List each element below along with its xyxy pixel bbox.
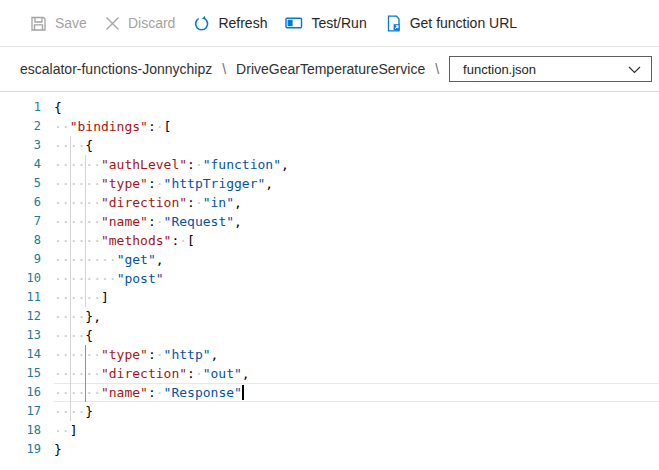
code-line-text: ····} (54, 402, 659, 421)
line-number: 4 (0, 155, 41, 174)
close-icon (105, 16, 120, 31)
line-number: 17 (0, 402, 41, 421)
token-p: : (148, 385, 156, 400)
token-ws: ······ (54, 176, 101, 191)
token-p: , (234, 195, 242, 210)
indent-guide (85, 364, 86, 383)
command-bar: Save Discard Refresh Test/Run (0, 0, 659, 46)
line-number: 2 (0, 117, 41, 136)
line-number: 6 (0, 193, 41, 212)
token-ws: ······ (54, 366, 101, 381)
code-editor[interactable]: 1{2··"bindings":·[3····{4······"authLeve… (0, 92, 659, 459)
code-line-text: ······"name":·"Request", (54, 212, 659, 231)
token-p: : (148, 119, 156, 134)
save-label: Save (55, 15, 87, 31)
token-val: "post" (117, 271, 164, 286)
token-ws: ······ (54, 290, 101, 305)
code-line-text: ······"authLevel":·"function", (54, 155, 659, 174)
save-button[interactable]: Save (30, 15, 87, 32)
token-p: : (187, 157, 195, 172)
token-p: { (54, 100, 62, 115)
code-line[interactable]: 12····}, (0, 307, 659, 326)
token-p: : (148, 214, 156, 229)
code-line-text: ······"methods":·[ (54, 231, 659, 250)
token-key: "authLevel" (101, 157, 187, 172)
token-p: , (281, 157, 289, 172)
code-line-text: ··] (54, 421, 659, 440)
token-p: } (54, 442, 62, 457)
refresh-icon (193, 15, 210, 32)
code-line[interactable]: 7······"name":·"Request", (0, 212, 659, 231)
token-p: { (85, 328, 93, 343)
token-p: }, (85, 309, 101, 324)
file-dropdown-value: function.json (463, 62, 536, 77)
get-function-url-button[interactable]: Get function URL (385, 15, 517, 32)
token-key: "direction" (101, 366, 187, 381)
discard-label: Discard (128, 15, 175, 31)
code-line[interactable]: 2··"bindings":·[ (0, 117, 659, 136)
refresh-button[interactable]: Refresh (193, 15, 267, 32)
code-line-text: ······"direction":·"in", (54, 193, 659, 212)
line-number: 13 (0, 326, 41, 345)
token-p: , (265, 176, 273, 191)
code-line[interactable]: 16······"name":·"Response" (0, 383, 659, 402)
code-line[interactable]: 19} (0, 440, 659, 459)
discard-button[interactable]: Discard (105, 15, 175, 31)
code-line[interactable]: 6······"direction":·"in", (0, 193, 659, 212)
token-val: "out" (203, 366, 242, 381)
code-line-text: ··"bindings":·[ (54, 117, 659, 136)
code-line-text: } (54, 440, 659, 459)
token-val: "get" (117, 252, 156, 267)
token-p: ] (101, 290, 109, 305)
code-line[interactable]: 18··] (0, 421, 659, 440)
token-val: "httpTrigger" (164, 176, 266, 191)
token-p: : (187, 195, 195, 210)
indent-guide (70, 155, 71, 174)
token-ws: · (156, 214, 164, 229)
code-line[interactable]: 3····{ (0, 136, 659, 155)
code-line-text: ······"direction":·"out", (54, 364, 659, 383)
code-line[interactable]: 11······] (0, 288, 659, 307)
code-line-text: ······"type":·"httpTrigger", (54, 174, 659, 193)
code-line[interactable]: 5······"type":·"httpTrigger", (0, 174, 659, 193)
token-key: "methods" (101, 233, 171, 248)
token-ws: · (195, 157, 203, 172)
line-number: 9 (0, 250, 41, 269)
token-ws: · (156, 176, 164, 191)
code-line[interactable]: 8······"methods":·[ (0, 231, 659, 250)
token-key: "type" (101, 176, 148, 191)
code-line[interactable]: 4······"authLevel":·"function", (0, 155, 659, 174)
code-line[interactable]: 10········"post" (0, 269, 659, 288)
code-line-text: { (54, 98, 659, 117)
breadcrumb-separator: \ (435, 61, 439, 77)
token-p: [ (164, 119, 172, 134)
indent-guide (70, 231, 71, 250)
indent-guide (70, 326, 71, 345)
token-key: "type" (101, 347, 148, 362)
code-line[interactable]: 13····{ (0, 326, 659, 345)
line-number: 11 (0, 288, 41, 307)
line-number: 10 (0, 269, 41, 288)
code-line[interactable]: 9········"get", (0, 250, 659, 269)
indent-guide (70, 402, 71, 421)
code-line-text: ······"name":·"Response" (54, 383, 659, 402)
code-line[interactable]: 14······"type":·"http", (0, 345, 659, 364)
indent-guide (70, 364, 71, 383)
code-line[interactable]: 1{ (0, 98, 659, 117)
file-dropdown[interactable]: function.json (449, 56, 652, 82)
token-ws: · (156, 119, 164, 134)
indent-guide (70, 250, 71, 269)
line-number: 5 (0, 174, 41, 193)
token-ws: · (195, 195, 203, 210)
code-line-text: ········"post" (54, 269, 659, 288)
token-p: , (234, 214, 242, 229)
token-val: "function" (203, 157, 281, 172)
indent-guide (85, 174, 86, 193)
token-p: , (211, 347, 219, 362)
get-function-url-label: Get function URL (410, 15, 517, 31)
code-line[interactable]: 17····} (0, 402, 659, 421)
test-run-button[interactable]: Test/Run (285, 15, 366, 31)
code-line[interactable]: 15······"direction":·"out", (0, 364, 659, 383)
token-key: "bindings" (70, 119, 148, 134)
indent-guide (85, 250, 86, 269)
